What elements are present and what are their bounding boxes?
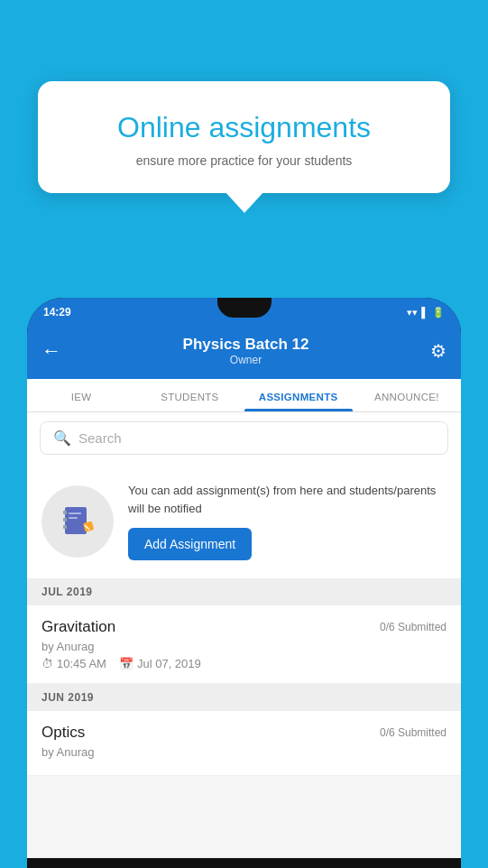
notch [217,298,272,318]
app-bar-subtitle: Owner [183,354,309,366]
assignment-time-gravitation: ⏱ 10:45 AM [41,657,106,670]
content-area: 🔍 Search You can add ass [27,412,461,858]
assignment-name-gravitation: Gravitation [41,618,115,636]
assignment-status-optics: 0/6 Submitted [380,726,447,739]
svg-rect-0 [65,507,87,534]
signal-icon: ▌ [421,307,428,318]
assignment-top-optics: Optics 0/6 Submitted [41,724,447,742]
promo-block: You can add assignment(s) from here and … [27,464,461,578]
add-assignment-button[interactable]: Add Assignment [128,528,252,560]
assignment-top: Gravitation 0/6 Submitted [41,618,447,636]
tab-iew[interactable]: IEW [27,379,135,411]
clock-icon: ⏱ [41,657,53,670]
svg-rect-4 [69,512,81,514]
assignment-item-gravitation[interactable]: Gravitation 0/6 Submitted by Anurag ⏱ 10… [27,605,461,684]
svg-rect-5 [69,517,78,519]
assignment-item-optics[interactable]: Optics 0/6 Submitted by Anurag [27,711,461,776]
settings-icon[interactable]: ⚙ [430,340,447,362]
promo-icon-circle [41,485,114,558]
assignment-meta-gravitation: ⏱ 10:45 AM 📅 Jul 07, 2019 [41,657,447,670]
search-placeholder: Search [78,430,122,446]
tab-announcements[interactable]: ANNOUNCE! [353,379,461,411]
app-bar-title: Physics Batch 12 [183,336,309,354]
assignment-by-gravitation: by Anurag [41,640,447,653]
calendar-icon: 📅 [119,657,134,670]
wifi-icon: ▾▾ [407,307,418,319]
svg-rect-1 [63,511,67,514]
section-header-jun: JUN 2019 [27,684,461,711]
search-container: 🔍 Search [27,412,461,464]
tab-students[interactable]: STUDENTS [135,379,244,411]
assignment-status-gravitation: 0/6 Submitted [380,621,447,633]
speech-bubble: Online assignments ensure more practice … [38,81,450,193]
assignment-date-gravitation: 📅 Jul 07, 2019 [119,657,201,670]
search-box[interactable]: 🔍 Search [40,421,448,455]
status-time: 14:29 [43,306,71,319]
tab-assignments[interactable]: ASSIGNMENTS [244,379,353,411]
bubble-title: Online assignments [63,110,425,144]
phone-frame: 14:29 ▾▾ ▌ 🔋 ← Physics Batch 12 Owner ⚙ … [27,298,461,868]
promo-right: You can add assignment(s) from here and … [128,482,447,560]
assignment-name-optics: Optics [41,724,85,742]
app-bar: ← Physics Batch 12 Owner ⚙ [27,327,461,379]
svg-rect-2 [63,518,67,522]
assignment-by-optics: by Anurag [41,745,447,759]
search-icon: 🔍 [53,429,71,447]
app-bar-center: Physics Batch 12 Owner [183,336,309,366]
svg-rect-3 [63,525,67,529]
notebook-icon [58,502,97,541]
battery-icon: 🔋 [432,307,445,319]
promo-text: You can add assignment(s) from here and … [128,482,447,517]
back-button[interactable]: ← [41,339,61,363]
bubble-subtitle: ensure more practice for your students [63,153,425,168]
status-icons: ▾▾ ▌ 🔋 [407,307,445,319]
tabs-bar: IEW STUDENTS ASSIGNMENTS ANNOUNCE! [27,379,461,412]
section-header-jul: JUL 2019 [27,578,461,605]
